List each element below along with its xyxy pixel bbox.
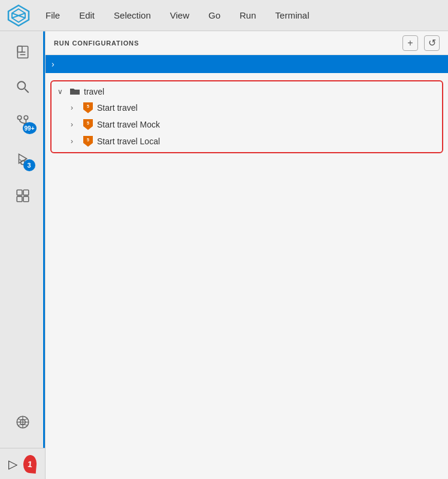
active-row-chevron: › [52,59,55,69]
sidebar-item-search[interactable] [8,72,38,102]
refresh-config-button[interactable]: ↺ [424,35,440,51]
svg-point-10 [17,116,21,120]
tree-parent-travel[interactable]: ∨ travel [52,84,442,99]
folder-icon [69,86,80,97]
panel-title: RUN CONFIGURATIONS [54,40,139,47]
tree-child-chevron-1: › [71,120,79,129]
svg-rect-17 [17,190,22,195]
tree-child-chevron-2: › [71,137,79,145]
menu-view[interactable]: View [167,8,193,23]
annotation-1: 1 [23,454,38,474]
tree-expand-chevron: ∨ [57,87,66,96]
run-debug-badge: 3 [23,159,35,171]
svg-rect-19 [17,196,22,202]
sidebar-item-extensions[interactable] [8,181,38,211]
sidebar-item-run-debug[interactable]: 3 [8,144,38,174]
tree-child-1[interactable]: › 5 Start travel Mock [52,116,442,133]
tree-child-chevron-0: › [71,104,79,112]
sidebar-item-explorer[interactable] [8,37,38,67]
svg-rect-18 [23,190,29,195]
activity-bar: 99+ 3 [0,31,46,479]
titlebar: File Edit Selection View Go Run Terminal [0,0,448,31]
svg-point-8 [17,81,25,89]
html5-icon-1: 5 [83,119,93,130]
panel-header: RUN CONFIGURATIONS + ↺ [46,31,448,55]
main-content: 99+ 3 [0,31,448,479]
app-logo [7,4,30,27]
tree-group: 2 ∨ travel › [50,80,443,153]
html5-icon-0: 5 [83,102,93,113]
sidebar-item-deploy[interactable] [8,407,38,437]
menu-go[interactable]: Go [205,8,224,23]
tree-child-2[interactable]: › 5 Start travel Local [52,133,442,150]
tree-parent-label: travel [84,87,104,96]
source-control-badge: 99+ [23,122,37,134]
tree-child-label-2: Start travel Local [97,137,160,146]
tree-child-label-1: Start travel Mock [97,120,160,129]
sidebar-panel: RUN CONFIGURATIONS + ↺ › 2 ∨ [46,31,448,479]
bottom-run-bar: ▷ 1 [0,448,45,479]
svg-line-9 [25,89,29,93]
menu-terminal[interactable]: Terminal [272,8,313,23]
menu-selection[interactable]: Selection [110,8,155,23]
html5-icon-2: 5 [83,136,93,147]
tree-child-0[interactable]: › 5 Start travel [52,99,442,116]
panel-actions: + ↺ [402,35,440,51]
sidebar-item-source-control[interactable]: 99+ [8,107,38,137]
svg-point-12 [24,116,28,120]
menu-edit[interactable]: Edit [75,8,98,23]
svg-rect-4 [17,46,22,52]
menu-run[interactable]: Run [236,8,260,23]
run-button[interactable]: ▷ [8,457,17,471]
menu-file[interactable]: File [42,8,63,23]
tree-child-label-0: Start travel [97,103,138,113]
add-config-button[interactable]: + [402,35,418,51]
tree-content: 2 ∨ travel › [46,73,448,479]
svg-line-15 [19,159,20,160]
svg-rect-20 [23,196,29,202]
active-row[interactable]: › [46,55,448,73]
